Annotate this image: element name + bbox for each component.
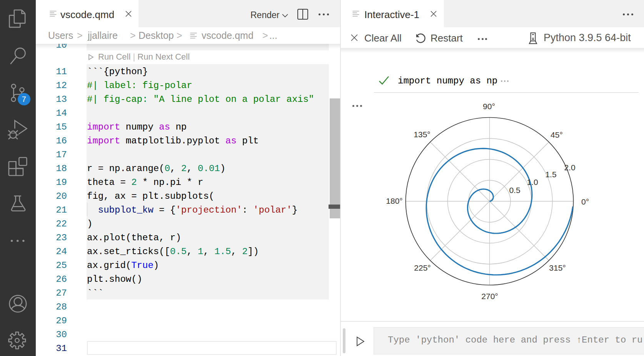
svg-text:270°: 270° [481, 292, 498, 301]
svg-text:1.5: 1.5 [545, 170, 556, 179]
svg-text:135°: 135° [414, 130, 430, 139]
svg-text:315°: 315° [549, 263, 566, 272]
svg-text:225°: 225° [414, 263, 430, 272]
svg-text:0.5: 0.5 [509, 186, 520, 195]
svg-text:1.0: 1.0 [527, 178, 538, 186]
svg-text:0°: 0° [581, 197, 589, 206]
svg-text:45°: 45° [551, 130, 563, 139]
svg-text:180°: 180° [386, 196, 402, 205]
svg-text:90°: 90° [483, 102, 495, 111]
svg-text:2.0: 2.0 [564, 163, 575, 172]
